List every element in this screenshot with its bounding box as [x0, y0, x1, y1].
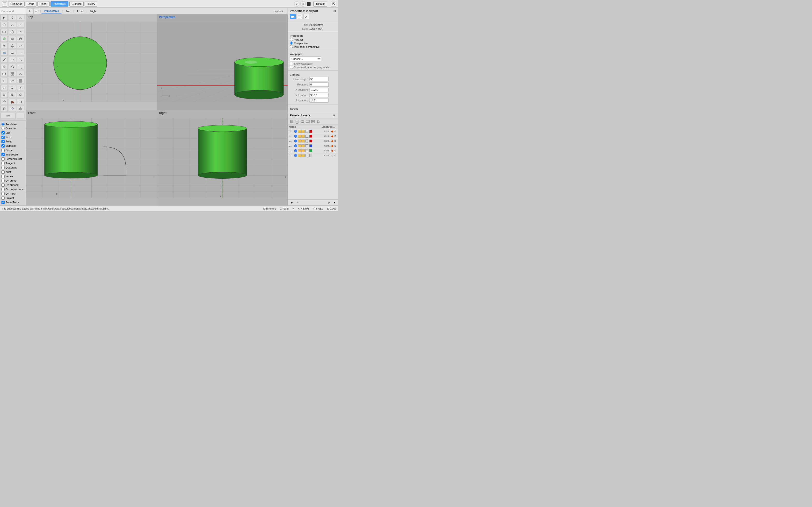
- snap-smarttrack[interactable]: SmartTrack: [1, 200, 25, 205]
- snap-point[interactable]: Point: [1, 139, 25, 144]
- snap-project-checkbox[interactable]: [1, 196, 5, 200]
- snap-onmesh-checkbox[interactable]: [1, 192, 5, 195]
- gumball-button[interactable]: Gumball: [69, 1, 84, 6]
- snap-oncurve[interactable]: On curve: [1, 178, 25, 183]
- world-tool[interactable]: [0, 106, 8, 112]
- viewport-right[interactable]: Right: [157, 110, 288, 206]
- oneshot-radio[interactable]: [1, 127, 5, 130]
- layer-lock-icon[interactable]: [298, 135, 301, 137]
- snap-onmesh[interactable]: On mesh: [1, 191, 25, 196]
- grid-snap-button[interactable]: Grid Snap: [8, 1, 24, 6]
- snap-onsurface-checkbox[interactable]: [1, 183, 5, 187]
- viewport-tab-list-icon[interactable]: ☰: [33, 8, 39, 14]
- hatch-tool[interactable]: [17, 78, 24, 84]
- layers-add-button[interactable]: +: [289, 201, 294, 205]
- snap-intersection[interactable]: Intersection: [1, 152, 25, 157]
- rect-tool[interactable]: [0, 29, 8, 35]
- viewport-perspective[interactable]: Perspective: [157, 14, 288, 110]
- record-button[interactable]: [307, 2, 311, 6]
- stop-button[interactable]: ○: [300, 1, 306, 6]
- viewport-tab-grid-icon[interactable]: ⊞: [27, 8, 33, 14]
- layer-lock-icon[interactable]: [298, 149, 301, 152]
- osnap-tool[interactable]: [17, 106, 24, 112]
- layer-lock-icon[interactable]: [298, 154, 301, 157]
- fillet-tool[interactable]: [17, 57, 24, 63]
- surface-tool[interactable]: [17, 43, 24, 49]
- show-wallpaper-option[interactable]: Show wallpaper: [290, 62, 337, 65]
- layer-color-circle[interactable]: [305, 135, 308, 137]
- z-location-input[interactable]: 14.5: [309, 98, 329, 103]
- array-tool[interactable]: [9, 71, 16, 77]
- layers-dropdown-button[interactable]: ▾: [332, 201, 337, 205]
- sphere-tool[interactable]: [0, 36, 8, 42]
- misc-tool[interactable]: [17, 113, 24, 119]
- snap-oncurve-checkbox[interactable]: [1, 179, 5, 182]
- layer-status-dot[interactable]: [294, 149, 297, 152]
- two-point-radio[interactable]: [290, 45, 293, 48]
- cylinder-tool[interactable]: [17, 36, 24, 42]
- circle-tool[interactable]: [0, 22, 8, 28]
- layers-add-icon[interactable]: [289, 119, 294, 124]
- layer-lock-icon[interactable]: [298, 145, 301, 147]
- layer-color-swatch[interactable]: [309, 145, 312, 147]
- layer-color-circle[interactable]: [305, 130, 308, 133]
- play-button[interactable]: ▷: [294, 1, 299, 6]
- car-tool[interactable]: [9, 99, 16, 105]
- layers-grid-icon[interactable]: [311, 119, 315, 124]
- layouts-button[interactable]: Layouts...: [272, 10, 287, 12]
- snap-vertex[interactable]: Vertex: [1, 174, 25, 178]
- solid-tool[interactable]: [0, 50, 8, 56]
- y-location-input[interactable]: 96.12: [309, 93, 329, 97]
- camera-view-tool[interactable]: [17, 99, 24, 105]
- wallpaper-select[interactable]: Choose...: [290, 56, 321, 61]
- check-tool[interactable]: [0, 85, 8, 91]
- point-tool[interactable]: [9, 15, 16, 21]
- parallel-viewport-icon[interactable]: [297, 14, 302, 19]
- layer-color-swatch[interactable]: [309, 139, 312, 143]
- leader-tool[interactable]: [9, 78, 16, 84]
- layer-color-swatch[interactable]: [309, 149, 312, 152]
- scale-tool[interactable]: [17, 64, 24, 70]
- snap-center-checkbox[interactable]: [1, 149, 5, 152]
- oneshot-option[interactable]: One shot: [1, 126, 16, 130]
- text-tool[interactable]: T: [0, 78, 8, 84]
- box-tool[interactable]: [0, 43, 8, 49]
- offset-tool[interactable]: [17, 71, 24, 77]
- snap-point-checkbox[interactable]: [1, 140, 5, 143]
- layer-status-dot[interactable]: [294, 130, 297, 133]
- snap-near-checkbox[interactable]: [1, 136, 5, 139]
- layer-row[interactable]: L... Conti... ◇ D: [288, 153, 338, 158]
- layer-row[interactable]: D... Conti... ◆ D: [288, 129, 338, 134]
- snap-tangent-checkbox[interactable]: [1, 162, 5, 165]
- persistent-radio[interactable]: [1, 123, 5, 126]
- layer-color-circle[interactable]: [305, 145, 308, 147]
- layers-page-icon[interactable]: [295, 119, 299, 124]
- layer-color-swatch[interactable]: [309, 130, 312, 133]
- layer-row[interactable]: L... Conti... ◆ D: [288, 138, 338, 144]
- rotate-tool[interactable]: [9, 64, 16, 70]
- layer-status-dot[interactable]: [294, 145, 297, 147]
- status-cplane[interactable]: CPlane: [280, 207, 289, 210]
- layer-row[interactable]: L... Conti... ◆ D: [288, 134, 338, 138]
- layer-eye-icon[interactable]: [301, 135, 305, 137]
- parallel-radio[interactable]: [290, 38, 293, 41]
- layer-status-dot[interactable]: [294, 139, 297, 143]
- viewport-top[interactable]: Top: [26, 14, 157, 110]
- curve-tool[interactable]: [17, 15, 24, 21]
- layer-eye-icon[interactable]: [301, 130, 305, 133]
- parallel-option[interactable]: Parallel: [290, 38, 337, 41]
- trim-tool[interactable]: [0, 57, 8, 63]
- layer-eye-icon[interactable]: [301, 154, 305, 157]
- mirror-tool[interactable]: [0, 71, 8, 77]
- layer-lock-icon[interactable]: [298, 130, 301, 133]
- select-tool[interactable]: [0, 15, 8, 21]
- snap-perpendicular[interactable]: Perpendicular: [1, 157, 25, 161]
- default-button[interactable]: Default: [313, 1, 327, 6]
- show-wallpaper-gray-option[interactable]: Show wallpaper as gray scale: [290, 65, 337, 69]
- ortho-button[interactable]: Ortho: [26, 1, 37, 6]
- snap-onsurface[interactable]: On surface: [1, 183, 25, 187]
- find-tool[interactable]: [9, 85, 16, 91]
- snap-end-checkbox[interactable]: [1, 131, 5, 134]
- layer-eye-icon[interactable]: [301, 145, 305, 147]
- rotation-input[interactable]: 0: [309, 82, 329, 87]
